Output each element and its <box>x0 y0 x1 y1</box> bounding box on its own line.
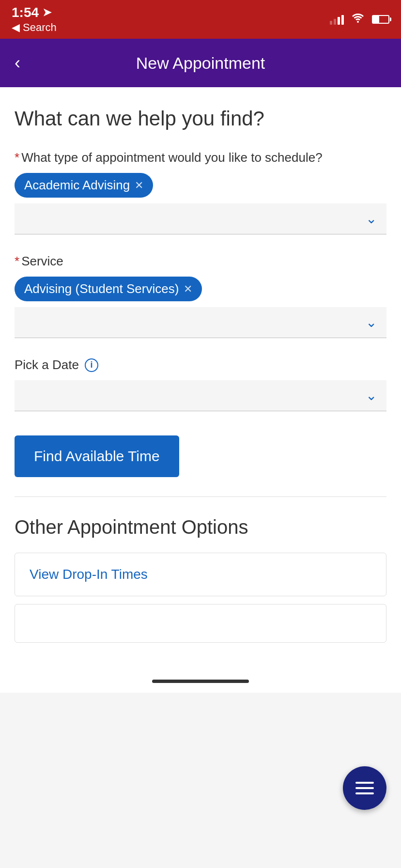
back-label: Search <box>23 21 57 34</box>
required-star-2: * <box>15 254 19 269</box>
service-dropdown[interactable]: ⌄ <box>15 307 386 338</box>
section-divider <box>15 496 386 497</box>
status-back-button[interactable]: ◀ Search <box>12 21 57 34</box>
signal-icon <box>330 14 344 25</box>
status-left: 1:54 ➤ ◀ Search <box>12 5 57 34</box>
time-display: 1:54 <box>12 5 39 20</box>
appointment-type-label-text: What type of appointment would you like … <box>21 150 323 165</box>
advising-student-services-label: Advising (Student Services) <box>24 281 179 296</box>
pick-date-label-text: Pick a Date <box>15 357 79 372</box>
hamburger-menu-icon <box>355 782 374 794</box>
view-drop-in-times-card[interactable]: View Drop-In Times <box>15 553 386 596</box>
required-star-1: * <box>15 150 19 165</box>
header: ‹ New Appointment <box>0 39 401 87</box>
back-arrow-icon: ◀ <box>12 21 20 34</box>
appointment-type-label: * What type of appointment would you lik… <box>15 150 386 165</box>
date-chevron-down-icon: ⌄ <box>366 388 377 403</box>
back-button[interactable]: ‹ <box>15 53 20 73</box>
find-available-time-button[interactable]: Find Available Time <box>15 435 179 477</box>
chevron-down-icon: ⌄ <box>366 211 377 227</box>
advising-student-services-remove-icon[interactable]: ✕ <box>184 283 192 295</box>
home-indicator <box>0 670 401 693</box>
location-icon: ➤ <box>43 6 51 19</box>
service-label: * Service <box>15 254 386 269</box>
appointment-type-tags: Academic Advising ✕ <box>15 173 386 198</box>
advising-student-services-tag[interactable]: Advising (Student Services) ✕ <box>15 277 202 301</box>
service-label-text: Service <box>21 254 63 269</box>
status-icons <box>330 13 389 26</box>
battery-icon <box>372 15 389 24</box>
service-tags: Advising (Student Services) ✕ <box>15 277 386 301</box>
appointment-type-dropdown[interactable]: ⌄ <box>15 203 386 234</box>
other-option-card-2[interactable] <box>15 604 386 643</box>
academic-advising-remove-icon[interactable]: ✕ <box>135 179 143 192</box>
page-title: New Appointment <box>15 54 386 73</box>
pick-date-label: Pick a Date i <box>15 357 386 372</box>
date-dropdown[interactable]: ⌄ <box>15 380 386 411</box>
service-section: * Service Advising (Student Services) ✕ … <box>15 254 386 338</box>
other-options-title: Other Appointment Options <box>15 516 386 538</box>
wifi-icon <box>352 13 364 26</box>
info-icon[interactable]: i <box>85 358 98 372</box>
home-bar <box>152 680 249 683</box>
view-drop-in-times-link[interactable]: View Drop-In Times <box>30 567 148 582</box>
service-chevron-down-icon: ⌄ <box>366 314 377 330</box>
appointment-type-section: * What type of appointment would you lik… <box>15 150 386 234</box>
other-options-section: Other Appointment Options View Drop-In T… <box>15 516 386 643</box>
main-heading: What can we help you find? <box>15 107 386 131</box>
main-content: What can we help you find? * What type o… <box>0 87 401 670</box>
academic-advising-label: Academic Advising <box>24 178 130 193</box>
status-time: 1:54 ➤ <box>12 5 57 20</box>
academic-advising-tag[interactable]: Academic Advising ✕ <box>15 173 153 198</box>
status-bar: 1:54 ➤ ◀ Search <box>0 0 401 39</box>
menu-fab-button[interactable] <box>343 766 386 810</box>
pick-date-section: Pick a Date i ⌄ <box>15 357 386 411</box>
